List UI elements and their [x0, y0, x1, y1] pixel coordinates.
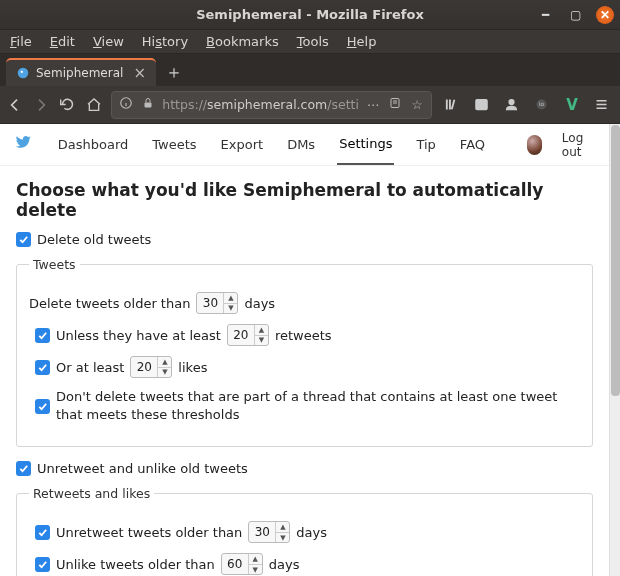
new-tab-button[interactable]: ＋ [160, 58, 188, 86]
unless-retweets-label: Unless they have at least [56, 328, 221, 343]
checkmark-icon [35, 399, 50, 414]
window-minimize-button[interactable]: ━ [536, 6, 554, 24]
tweets-fieldset: Tweets Delete tweets older than 30 ▲▼ da… [16, 257, 593, 447]
window-close-button[interactable]: ✕ [596, 6, 614, 24]
tweets-legend: Tweets [29, 257, 80, 272]
retweets-label: retweets [275, 328, 332, 343]
or-likes-label: Or at least [56, 360, 124, 375]
stepper-up-icon[interactable]: ▲ [158, 357, 171, 368]
menu-tools[interactable]: Tools [297, 34, 329, 49]
menubar: File Edit View History Bookmarks Tools H… [0, 30, 620, 54]
app-nav: Dashboard Tweets Export DMs Settings Tip… [0, 124, 609, 166]
stepper-up-icon[interactable]: ▲ [224, 293, 237, 304]
days-label: days [244, 296, 275, 311]
stepper-down-icon[interactable]: ▼ [158, 368, 171, 378]
svg-text:io: io [539, 101, 545, 107]
svg-point-0 [18, 68, 29, 79]
svg-rect-9 [446, 100, 448, 110]
nav-tip[interactable]: Tip [414, 125, 437, 164]
home-button[interactable] [85, 93, 103, 117]
extension-icon-1[interactable]: io [530, 93, 554, 117]
page-title: Choose what you'd like Semiphemeral to a… [16, 180, 593, 220]
menu-edit[interactable]: Edit [50, 34, 75, 49]
svg-point-14 [509, 100, 514, 105]
svg-rect-12 [476, 100, 487, 110]
stepper-down-icon[interactable]: ▼ [276, 533, 289, 543]
stepper-down-icon[interactable]: ▼ [224, 304, 237, 314]
unretweet-unlike-checkbox[interactable]: Unretweet and unlike old tweets [16, 461, 593, 476]
url-bar[interactable]: https://semiphemeral.com/setti ⋯ ☆ [111, 91, 432, 119]
unretweet-days-input[interactable]: 30 ▲▼ [248, 521, 290, 543]
checkmark-icon [16, 232, 31, 247]
delete-older-days-input[interactable]: 30 ▲▼ [196, 292, 238, 314]
nav-export[interactable]: Export [219, 125, 266, 164]
tab-label: Semiphemeral [36, 66, 123, 80]
page-actions-icon[interactable]: ⋯ [365, 97, 381, 112]
or-likes-checkbox[interactable]: Or at least [35, 360, 124, 375]
reload-button[interactable] [59, 93, 77, 117]
stepper-up-icon[interactable]: ▲ [255, 325, 268, 336]
stepper-up-icon[interactable]: ▲ [276, 522, 289, 533]
tab-bar: Semiphemeral × ＋ [0, 54, 620, 86]
nav-settings[interactable]: Settings [337, 124, 394, 165]
menu-file[interactable]: File [10, 34, 32, 49]
app-menu-button[interactable] [590, 93, 614, 117]
menu-view[interactable]: View [93, 34, 124, 49]
menu-bookmarks[interactable]: Bookmarks [206, 34, 279, 49]
unretweet-unlike-label: Unretweet and unlike old tweets [37, 461, 248, 476]
window-maximize-button[interactable]: ▢ [566, 6, 584, 24]
url-text: https://semiphemeral.com/setti [162, 97, 359, 112]
browser-tab[interactable]: Semiphemeral × [6, 58, 156, 86]
menu-history[interactable]: History [142, 34, 188, 49]
back-button[interactable] [6, 93, 24, 117]
svg-rect-11 [451, 99, 455, 109]
nav-dms[interactable]: DMs [285, 125, 317, 164]
scrollbar-thumb[interactable] [611, 125, 620, 396]
unless-retweets-checkbox[interactable]: Unless they have at least [35, 328, 221, 343]
stepper-down-icon[interactable]: ▼ [255, 336, 268, 346]
avatar[interactable] [527, 135, 542, 155]
unlike-days-input[interactable]: 60 ▲▼ [221, 553, 263, 575]
nav-faq[interactable]: FAQ [458, 125, 487, 164]
lock-icon[interactable] [140, 97, 156, 112]
retweets-threshold-input[interactable]: 20 ▲▼ [227, 324, 269, 346]
unretweet-older-label: Unretweet tweets older than [56, 525, 242, 540]
svg-rect-10 [449, 100, 451, 110]
account-icon[interactable] [500, 93, 524, 117]
vertical-scrollbar[interactable] [609, 124, 620, 576]
delete-old-tweets-label: Delete old tweets [37, 232, 151, 247]
checkmark-icon [35, 360, 50, 375]
nav-tweets[interactable]: Tweets [150, 125, 198, 164]
app-logo-icon [14, 133, 32, 157]
thread-exempt-label: Don't delete tweets that are part of a t… [56, 388, 580, 424]
extension-icon-2[interactable]: V [560, 93, 584, 117]
logout-link[interactable]: Log out [562, 131, 595, 159]
tab-close-button[interactable]: × [133, 64, 146, 82]
unlike-older-label: Unlike tweets older than [56, 557, 215, 572]
rt-likes-fieldset: Retweets and likes Unretweet tweets olde… [16, 486, 593, 576]
rt-likes-legend: Retweets and likes [29, 486, 154, 501]
likes-label: likes [178, 360, 207, 375]
page-content: Dashboard Tweets Export DMs Settings Tip… [0, 124, 609, 576]
library-icon[interactable] [440, 93, 464, 117]
days-label: days [296, 525, 327, 540]
checkmark-icon [35, 328, 50, 343]
unretweet-older-checkbox[interactable]: Unretweet tweets older than [35, 525, 242, 540]
menu-help[interactable]: Help [347, 34, 377, 49]
bookmark-icon[interactable]: ☆ [409, 97, 425, 112]
unlike-older-checkbox[interactable]: Unlike tweets older than [35, 557, 215, 572]
window-title: Semiphemeral - Mozilla Firefox [0, 7, 620, 22]
browser-toolbar: https://semiphemeral.com/setti ⋯ ☆ io V [0, 86, 620, 124]
reader-mode-icon[interactable] [387, 97, 403, 112]
delete-older-label: Delete tweets older than [29, 296, 190, 311]
nav-dashboard[interactable]: Dashboard [56, 125, 131, 164]
stepper-up-icon[interactable]: ▲ [249, 554, 262, 565]
likes-threshold-input[interactable]: 20 ▲▼ [130, 356, 172, 378]
stepper-down-icon[interactable]: ▼ [249, 565, 262, 575]
sidebar-icon[interactable] [470, 93, 494, 117]
site-info-icon[interactable] [118, 96, 134, 113]
thread-exempt-checkbox[interactable]: Don't delete tweets that are part of a t… [35, 388, 580, 424]
svg-point-1 [21, 71, 23, 73]
forward-button[interactable] [32, 93, 50, 117]
delete-old-tweets-checkbox[interactable]: Delete old tweets [16, 232, 593, 247]
